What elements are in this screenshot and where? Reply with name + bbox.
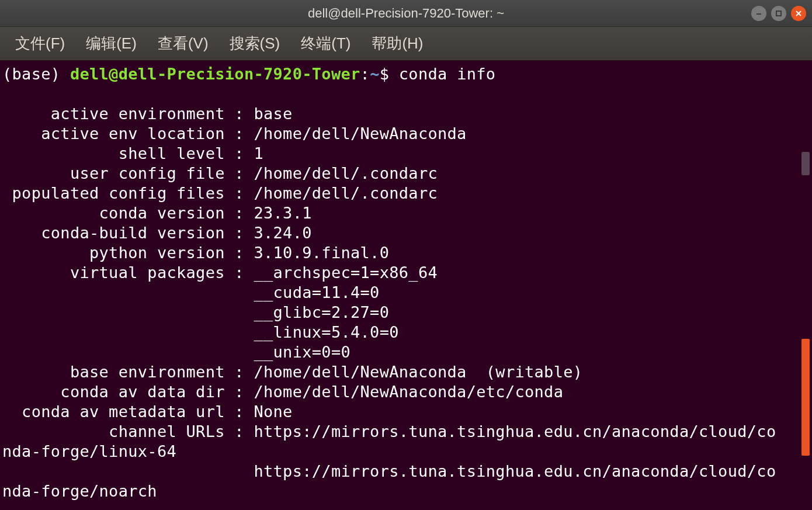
maximize-icon — [775, 10, 782, 17]
label-av-data-dir: conda av data dir : — [2, 383, 254, 401]
value-vp3: __glibc=2.27=0 — [254, 303, 389, 321]
value-python-version: 3.10.9.final.0 — [254, 244, 389, 262]
label-conda-build: conda-build version : — [2, 224, 254, 242]
minimize-icon — [755, 10, 762, 17]
pad-vp3 — [2, 303, 254, 321]
label-conda-version: conda version : — [2, 204, 254, 222]
prompt-userhost: dell@dell-Precision-7920-Tower — [70, 65, 360, 83]
value-vp4: __linux=5.4.0=0 — [254, 323, 398, 341]
value-ch2b: nda-forge/noarch — [2, 482, 157, 500]
value-av-data-dir: /home/dell/NewAnaconda/etc/conda — [254, 383, 563, 401]
label-channel-urls: channel URLs : — [2, 422, 254, 440]
label-av-meta-url: conda av metadata url : — [2, 403, 254, 421]
prompt-env: (base) — [2, 65, 70, 83]
pad-ch2 — [2, 462, 254, 480]
terminal-output[interactable]: (base) dell@dell-Precision-7920-Tower:~$… — [0, 61, 812, 501]
value-conda-build: 3.24.0 — [254, 224, 311, 242]
value-ch2a: https://mirrors.tuna.tsinghua.edu.cn/ana… — [254, 462, 776, 480]
pad-vp5 — [2, 343, 254, 361]
value-av-meta-url: None — [254, 403, 292, 421]
value-active-env: base — [254, 105, 292, 123]
window-controls — [751, 6, 806, 21]
label-virtual-packages: virtual packages : — [2, 263, 254, 282]
scrollbar-thumb[interactable] — [801, 339, 810, 456]
value-ch1a: https://mirrors.tuna.tsinghua.edu.cn/ana… — [254, 422, 776, 440]
pad-vp2 — [2, 283, 254, 301]
prompt-path: ~ — [370, 65, 380, 83]
label-shell-level: shell level : — [2, 144, 254, 162]
scrollbar-track[interactable] — [801, 152, 810, 175]
menu-terminal[interactable]: 终端(T) — [290, 30, 361, 57]
menu-bar: 文件(F) 编辑(E) 查看(V) 搜索(S) 终端(T) 帮助(H) — [0, 27, 812, 61]
prompt-colon: : — [360, 65, 370, 83]
value-conda-version: 23.3.1 — [254, 204, 311, 222]
label-pop-config: populated config files : — [2, 184, 254, 202]
label-active-env: active environment : — [2, 105, 254, 123]
close-button[interactable] — [791, 6, 806, 21]
value-base-env: /home/dell/NewAnaconda (writable) — [254, 363, 582, 381]
menu-edit[interactable]: 编辑(E) — [75, 30, 147, 57]
label-base-env: base environment : — [2, 363, 254, 381]
window-titlebar: dell@dell-Precision-7920-Tower: ~ — [0, 0, 812, 27]
menu-help[interactable]: 帮助(H) — [361, 30, 433, 57]
label-user-config: user config file : — [2, 164, 254, 182]
menu-file[interactable]: 文件(F) — [5, 30, 75, 57]
value-pop-config: /home/dell/.condarc — [254, 184, 438, 202]
menu-view[interactable]: 查看(V) — [147, 30, 219, 57]
value-ch1b: nda-forge/linux-64 — [2, 442, 176, 460]
command-text: conda info — [399, 65, 496, 83]
value-vp1: __archspec=1=x86_64 — [254, 263, 438, 282]
pad-vp4 — [2, 323, 254, 341]
window-title: dell@dell-Precision-7920-Tower: ~ — [308, 6, 504, 21]
label-python-version: python version : — [2, 244, 254, 262]
value-shell-level: 1 — [254, 144, 263, 162]
minimize-button[interactable] — [751, 6, 766, 21]
maximize-button[interactable] — [771, 6, 786, 21]
value-vp5: __unix=0=0 — [254, 343, 351, 361]
prompt-dollar: $ — [380, 65, 399, 83]
close-icon — [795, 10, 802, 17]
value-active-env-loc: /home/dell/NewAnaconda — [254, 124, 466, 143]
value-vp2: __cuda=11.4=0 — [254, 283, 379, 301]
svg-rect-1 — [776, 11, 781, 16]
label-active-env-loc: active env location : — [2, 124, 254, 143]
value-user-config: /home/dell/.condarc — [254, 164, 438, 182]
menu-search[interactable]: 搜索(S) — [219, 30, 291, 57]
